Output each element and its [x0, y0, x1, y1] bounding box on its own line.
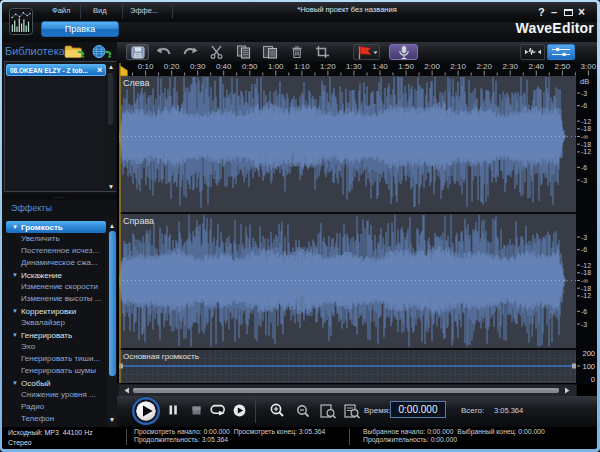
svg-text:1:40: 1:40	[372, 62, 388, 71]
svg-text:-18: -18	[581, 125, 591, 132]
svg-text:1:10: 1:10	[294, 62, 310, 71]
svg-text:-∞: -∞	[581, 277, 588, 284]
svg-text:-6: -6	[581, 164, 587, 171]
svg-text:-3: -3	[581, 177, 587, 184]
svg-text:1:20: 1:20	[320, 62, 336, 71]
svg-text:200: 200	[582, 349, 595, 358]
svg-text:-12: -12	[581, 148, 591, 155]
svg-text:-3: -3	[581, 321, 587, 328]
svg-text:-3: -3	[581, 90, 587, 97]
svg-text:-∞: -∞	[581, 133, 588, 140]
svg-text:-18: -18	[581, 141, 591, 148]
svg-text:0:50: 0:50	[242, 62, 258, 71]
svg-text:2:20: 2:20	[476, 62, 492, 71]
svg-text:3:00: 3:00	[581, 62, 597, 71]
svg-text:-6: -6	[581, 246, 587, 253]
svg-text:1:00: 1:00	[268, 62, 284, 71]
svg-text:-12: -12	[581, 262, 591, 269]
svg-text:2:30: 2:30	[502, 62, 518, 71]
svg-text:1:50: 1:50	[398, 62, 414, 71]
svg-text:2:40: 2:40	[529, 62, 545, 71]
svg-text:0:30: 0:30	[190, 62, 206, 71]
svg-text:-3: -3	[581, 234, 587, 241]
svg-text:0:40: 0:40	[216, 62, 232, 71]
svg-text:1:30: 1:30	[346, 62, 362, 71]
svg-text:-18: -18	[581, 269, 591, 276]
svg-text:2:00: 2:00	[424, 62, 440, 71]
svg-text:-12: -12	[581, 118, 591, 125]
svg-text:Основная громкость: Основная громкость	[123, 352, 199, 361]
svg-text:2:50: 2:50	[555, 62, 571, 71]
svg-text:Справа: Справа	[123, 216, 154, 226]
svg-text:100: 100	[582, 362, 595, 371]
svg-text:Слева: Слева	[123, 78, 149, 88]
svg-text:dB: dB	[580, 77, 589, 86]
svg-text:2:10: 2:10	[450, 62, 466, 71]
svg-text:-6: -6	[581, 102, 587, 109]
svg-text:-6: -6	[581, 308, 587, 315]
svg-text:0: 0	[591, 375, 595, 384]
svg-text:-18: -18	[581, 285, 591, 292]
svg-text:0:10: 0:10	[138, 62, 154, 71]
svg-text:-12: -12	[581, 292, 591, 299]
svg-text:0:20: 0:20	[164, 62, 180, 71]
